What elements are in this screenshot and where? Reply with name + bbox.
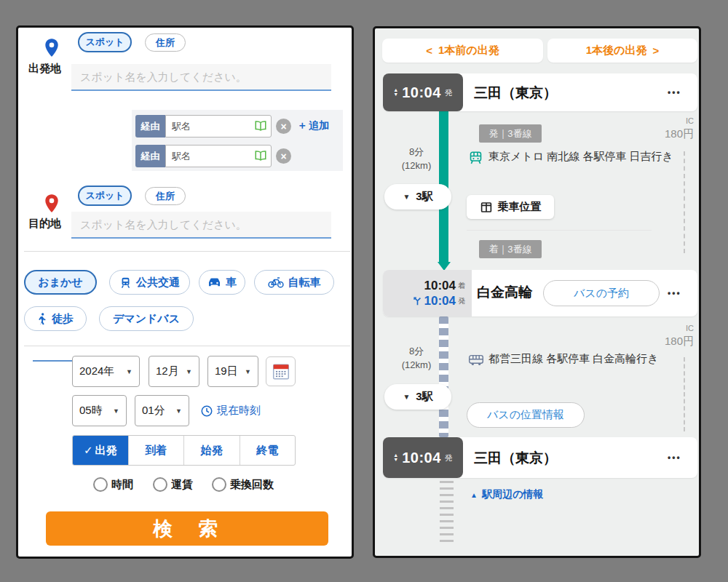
bus-reserve-button[interactable]: バスの予約 xyxy=(543,280,660,306)
leg2-fare: IC180円 xyxy=(643,322,694,347)
bicycle-icon xyxy=(268,276,284,288)
chevron-down-icon: ▼ xyxy=(245,368,251,375)
station3-time-box[interactable]: ▲▼ 10:04発 xyxy=(383,437,463,478)
mode-demand-bus-button[interactable]: デマンドバス xyxy=(99,306,194,331)
origin-tab-address[interactable]: 住所 xyxy=(145,33,186,52)
destination-tab-spot[interactable]: スポット xyxy=(78,186,132,206)
year-select[interactable]: 2024年▼ xyxy=(72,356,140,387)
route-result-panel: <1本前の出発 1本後の出発> ▲▼ 10:04発 三田（東京） ••• 発｜3… xyxy=(373,26,701,558)
via-bookmark-icon-2[interactable] xyxy=(254,149,267,162)
radio-circle-icon xyxy=(153,477,167,492)
clock-icon xyxy=(200,404,213,418)
month-select[interactable]: 12月▼ xyxy=(149,356,199,387)
chevron-down-icon: ▼ xyxy=(186,368,192,375)
via-label-2: 経由 xyxy=(135,145,165,167)
leg1-stops-toggle[interactable]: ▼3駅 xyxy=(384,184,451,210)
mode-auto-button[interactable]: おまかせ xyxy=(24,270,97,295)
screen: 出発地 スポット 住所 経由 × ＋追加 経由 × 目的地 スポット 住所 xyxy=(0,0,728,582)
station1-name: 三田（東京） xyxy=(474,84,557,103)
day-select[interactable]: 19日▼ xyxy=(207,356,258,387)
train-door-icon xyxy=(480,201,493,214)
station1-time-box[interactable]: ▲▼ 10:04発 xyxy=(383,73,463,111)
station2-time-box[interactable]: 10:04着 10:04発 xyxy=(383,270,472,316)
current-time-link[interactable]: 現在時刻 xyxy=(200,404,261,418)
mode-walk-button[interactable]: 徒歩 xyxy=(24,306,87,331)
minute-select[interactable]: 01分▼ xyxy=(135,395,189,426)
sort-arrows-icon: ▲▼ xyxy=(393,453,398,462)
station-area-info-link[interactable]: ▲駅周辺の情報 xyxy=(470,488,543,501)
via-remove-button-1[interactable]: × xyxy=(276,119,291,134)
origin-input[interactable] xyxy=(71,64,331,91)
radio-sort-fare[interactable]: 運賃 xyxy=(153,477,193,492)
chevron-left-icon: < xyxy=(426,44,432,57)
radio-circle-icon xyxy=(93,477,108,492)
divider xyxy=(24,251,350,252)
via-label-1: 経由 xyxy=(135,115,165,137)
tab-first-train[interactable]: 始発 xyxy=(183,436,240,465)
leg2-duration: 8分(12km) xyxy=(394,344,439,372)
destination-tab-address[interactable]: 住所 xyxy=(145,187,186,205)
bus-icon xyxy=(468,354,484,367)
station1-menu-button[interactable]: ••• xyxy=(668,87,681,97)
search-button[interactable]: 検 索 xyxy=(46,511,328,546)
fare-dash-line xyxy=(684,151,685,253)
plus-icon: ＋ xyxy=(297,119,307,132)
divider xyxy=(467,230,652,231)
prev-departure-button[interactable]: <1本前の出発 xyxy=(382,39,543,63)
walk-icon xyxy=(37,313,47,325)
station3-menu-button[interactable]: ••• xyxy=(668,453,681,463)
chevron-up-icon: ▲ xyxy=(470,491,478,499)
destination-input[interactable] xyxy=(71,212,331,239)
bus-location-button[interactable]: バスの位置情報 xyxy=(467,402,585,428)
next-departure-button[interactable]: 1本後の出発> xyxy=(547,39,697,63)
tab-last-train[interactable]: 終電 xyxy=(240,436,296,465)
boarding-position-button[interactable]: 乗車位置 xyxy=(467,195,554,219)
radio-sort-transfers[interactable]: 乗換回数 xyxy=(212,477,274,492)
origin-label: 出発地 xyxy=(28,62,61,76)
radio-circle-icon xyxy=(212,477,226,492)
radio-sort-time[interactable]: 時間 xyxy=(93,477,133,492)
chevron-down-icon: ▼ xyxy=(403,193,410,201)
search-form-panel: 出発地 スポット 住所 経由 × ＋追加 経由 × 目的地 スポット 住所 xyxy=(16,25,354,559)
sort-arrows-icon: ▲▼ xyxy=(393,88,398,97)
chevron-down-icon: ▼ xyxy=(126,368,132,375)
leg2-stops-toggle[interactable]: ▼3駅 xyxy=(384,384,451,410)
station3-name: 三田（東京） xyxy=(474,449,557,468)
leg2-line-name: 都営三田線 各駅停車 白金高輪行き xyxy=(488,350,679,367)
station2-name: 白金高輪 xyxy=(477,283,532,302)
origin-tab-spot[interactable]: スポット xyxy=(78,32,132,52)
divider xyxy=(24,346,350,346)
leg1-fare: IC180円 xyxy=(643,115,694,140)
tab-arrive[interactable]: 到着 xyxy=(128,436,184,465)
tab-underline xyxy=(33,360,75,362)
bus-segment-line xyxy=(439,316,448,437)
chevron-down-icon: ▼ xyxy=(175,407,182,415)
via-add-button[interactable]: ＋追加 xyxy=(297,119,329,132)
origin-pin-icon xyxy=(44,38,60,58)
leg1-line-name: 東京メトロ 南北線 各駅停車 日吉行き xyxy=(488,148,679,165)
chevron-right-icon: > xyxy=(652,44,659,57)
mode-bicycle-button[interactable]: 自転車 xyxy=(254,270,334,295)
car-icon xyxy=(207,276,221,288)
chevron-down-icon: ▼ xyxy=(113,407,119,415)
metro-train-icon xyxy=(468,151,483,166)
leg1-arrival-platform-badge: 着｜3番線 xyxy=(479,240,542,258)
mode-car-button[interactable]: 車 xyxy=(199,270,245,295)
calendar-button[interactable] xyxy=(266,356,296,386)
via-bookmark-icon-1[interactable] xyxy=(254,119,267,132)
tab-depart[interactable]: ✓出発 xyxy=(73,436,128,465)
train-icon xyxy=(119,276,132,289)
fare-dash-line xyxy=(684,357,685,431)
station2-menu-button[interactable]: ••• xyxy=(668,288,681,298)
chevron-down-icon: ▼ xyxy=(403,393,410,401)
via-remove-button-2[interactable]: × xyxy=(276,148,291,164)
transfer-fork-icon xyxy=(413,296,422,306)
calendar-icon xyxy=(272,362,290,381)
mode-transit-button[interactable]: 公共交通 xyxy=(109,270,190,295)
check-icon: ✓ xyxy=(84,444,93,457)
destination-pin-icon xyxy=(44,194,60,214)
destination-label: 目的地 xyxy=(28,217,61,231)
leg1-departure-platform-badge: 発｜3番線 xyxy=(479,124,542,143)
walk-ladder-line xyxy=(440,481,454,546)
hour-select[interactable]: 05時▼ xyxy=(72,395,127,426)
